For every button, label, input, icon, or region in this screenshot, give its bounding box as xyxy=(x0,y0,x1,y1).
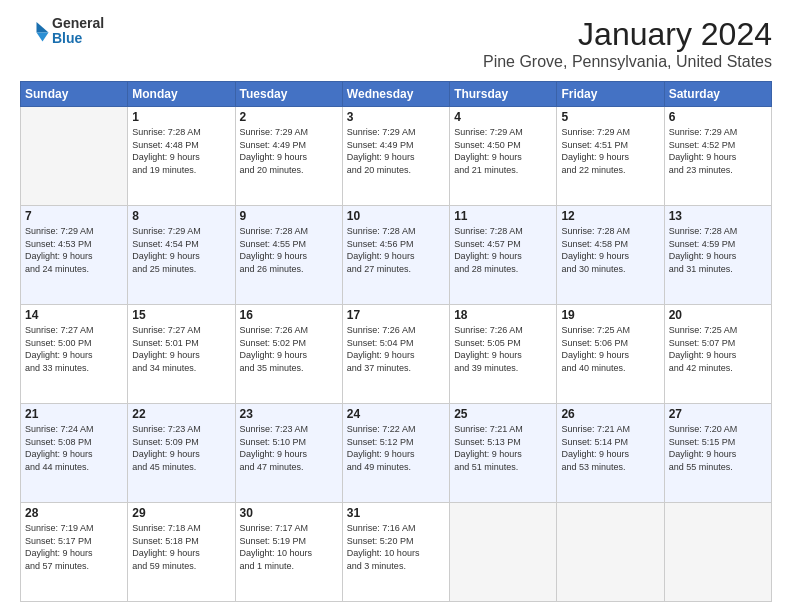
calendar-body: 1Sunrise: 7:28 AM Sunset: 4:48 PM Daylig… xyxy=(21,107,772,602)
day-number: 26 xyxy=(561,407,659,421)
day-info: Sunrise: 7:28 AM Sunset: 4:56 PM Dayligh… xyxy=(347,225,445,275)
calendar-cell: 17Sunrise: 7:26 AM Sunset: 5:04 PM Dayli… xyxy=(342,305,449,404)
day-header-friday: Friday xyxy=(557,82,664,107)
day-info: Sunrise: 7:22 AM Sunset: 5:12 PM Dayligh… xyxy=(347,423,445,473)
calendar-cell: 27Sunrise: 7:20 AM Sunset: 5:15 PM Dayli… xyxy=(664,404,771,503)
day-header-thursday: Thursday xyxy=(450,82,557,107)
day-info: Sunrise: 7:16 AM Sunset: 5:20 PM Dayligh… xyxy=(347,522,445,572)
calendar-cell xyxy=(21,107,128,206)
day-number: 11 xyxy=(454,209,552,223)
day-info: Sunrise: 7:23 AM Sunset: 5:09 PM Dayligh… xyxy=(132,423,230,473)
day-info: Sunrise: 7:28 AM Sunset: 4:48 PM Dayligh… xyxy=(132,126,230,176)
calendar-cell: 3Sunrise: 7:29 AM Sunset: 4:49 PM Daylig… xyxy=(342,107,449,206)
day-number: 1 xyxy=(132,110,230,124)
day-number: 14 xyxy=(25,308,123,322)
week-row-2: 7Sunrise: 7:29 AM Sunset: 4:53 PM Daylig… xyxy=(21,206,772,305)
calendar-cell: 14Sunrise: 7:27 AM Sunset: 5:00 PM Dayli… xyxy=(21,305,128,404)
calendar-cell: 10Sunrise: 7:28 AM Sunset: 4:56 PM Dayli… xyxy=(342,206,449,305)
calendar-cell xyxy=(557,503,664,602)
calendar-cell: 5Sunrise: 7:29 AM Sunset: 4:51 PM Daylig… xyxy=(557,107,664,206)
day-number: 19 xyxy=(561,308,659,322)
day-header-monday: Monday xyxy=(128,82,235,107)
day-info: Sunrise: 7:28 AM Sunset: 4:59 PM Dayligh… xyxy=(669,225,767,275)
day-number: 24 xyxy=(347,407,445,421)
day-number: 27 xyxy=(669,407,767,421)
day-header-saturday: Saturday xyxy=(664,82,771,107)
day-header-tuesday: Tuesday xyxy=(235,82,342,107)
day-info: Sunrise: 7:29 AM Sunset: 4:50 PM Dayligh… xyxy=(454,126,552,176)
day-number: 10 xyxy=(347,209,445,223)
calendar-table: SundayMondayTuesdayWednesdayThursdayFrid… xyxy=(20,81,772,602)
day-info: Sunrise: 7:25 AM Sunset: 5:06 PM Dayligh… xyxy=(561,324,659,374)
week-row-1: 1Sunrise: 7:28 AM Sunset: 4:48 PM Daylig… xyxy=(21,107,772,206)
title-block: January 2024 Pine Grove, Pennsylvania, U… xyxy=(483,16,772,71)
day-number: 23 xyxy=(240,407,338,421)
day-info: Sunrise: 7:27 AM Sunset: 5:00 PM Dayligh… xyxy=(25,324,123,374)
day-info: Sunrise: 7:26 AM Sunset: 5:02 PM Dayligh… xyxy=(240,324,338,374)
calendar-cell: 18Sunrise: 7:26 AM Sunset: 5:05 PM Dayli… xyxy=(450,305,557,404)
day-number: 5 xyxy=(561,110,659,124)
day-info: Sunrise: 7:29 AM Sunset: 4:53 PM Dayligh… xyxy=(25,225,123,275)
logo-icon xyxy=(20,16,50,46)
logo-general: General xyxy=(52,16,104,31)
logo-blue: Blue xyxy=(52,31,104,46)
day-header-sunday: Sunday xyxy=(21,82,128,107)
day-info: Sunrise: 7:19 AM Sunset: 5:17 PM Dayligh… xyxy=(25,522,123,572)
calendar-cell: 25Sunrise: 7:21 AM Sunset: 5:13 PM Dayli… xyxy=(450,404,557,503)
day-info: Sunrise: 7:29 AM Sunset: 4:52 PM Dayligh… xyxy=(669,126,767,176)
page: General Blue January 2024 Pine Grove, Pe… xyxy=(0,0,792,612)
calendar-cell: 29Sunrise: 7:18 AM Sunset: 5:18 PM Dayli… xyxy=(128,503,235,602)
day-info: Sunrise: 7:29 AM Sunset: 4:49 PM Dayligh… xyxy=(347,126,445,176)
header: General Blue January 2024 Pine Grove, Pe… xyxy=(20,16,772,71)
calendar-cell: 8Sunrise: 7:29 AM Sunset: 4:54 PM Daylig… xyxy=(128,206,235,305)
week-row-3: 14Sunrise: 7:27 AM Sunset: 5:00 PM Dayli… xyxy=(21,305,772,404)
day-number: 21 xyxy=(25,407,123,421)
calendar-cell: 15Sunrise: 7:27 AM Sunset: 5:01 PM Dayli… xyxy=(128,305,235,404)
day-number: 4 xyxy=(454,110,552,124)
calendar-cell xyxy=(450,503,557,602)
calendar-cell: 4Sunrise: 7:29 AM Sunset: 4:50 PM Daylig… xyxy=(450,107,557,206)
day-info: Sunrise: 7:28 AM Sunset: 4:55 PM Dayligh… xyxy=(240,225,338,275)
day-number: 29 xyxy=(132,506,230,520)
calendar-cell: 20Sunrise: 7:25 AM Sunset: 5:07 PM Dayli… xyxy=(664,305,771,404)
day-info: Sunrise: 7:23 AM Sunset: 5:10 PM Dayligh… xyxy=(240,423,338,473)
week-row-5: 28Sunrise: 7:19 AM Sunset: 5:17 PM Dayli… xyxy=(21,503,772,602)
calendar-cell: 16Sunrise: 7:26 AM Sunset: 5:02 PM Dayli… xyxy=(235,305,342,404)
calendar-cell: 19Sunrise: 7:25 AM Sunset: 5:06 PM Dayli… xyxy=(557,305,664,404)
day-number: 12 xyxy=(561,209,659,223)
calendar-cell: 26Sunrise: 7:21 AM Sunset: 5:14 PM Dayli… xyxy=(557,404,664,503)
calendar-cell: 30Sunrise: 7:17 AM Sunset: 5:19 PM Dayli… xyxy=(235,503,342,602)
week-row-4: 21Sunrise: 7:24 AM Sunset: 5:08 PM Dayli… xyxy=(21,404,772,503)
day-number: 20 xyxy=(669,308,767,322)
day-number: 25 xyxy=(454,407,552,421)
day-number: 16 xyxy=(240,308,338,322)
day-info: Sunrise: 7:17 AM Sunset: 5:19 PM Dayligh… xyxy=(240,522,338,572)
day-number: 7 xyxy=(25,209,123,223)
day-info: Sunrise: 7:29 AM Sunset: 4:49 PM Dayligh… xyxy=(240,126,338,176)
calendar-cell: 23Sunrise: 7:23 AM Sunset: 5:10 PM Dayli… xyxy=(235,404,342,503)
calendar-cell: 13Sunrise: 7:28 AM Sunset: 4:59 PM Dayli… xyxy=(664,206,771,305)
day-info: Sunrise: 7:21 AM Sunset: 5:14 PM Dayligh… xyxy=(561,423,659,473)
day-number: 18 xyxy=(454,308,552,322)
day-number: 15 xyxy=(132,308,230,322)
calendar-cell: 6Sunrise: 7:29 AM Sunset: 4:52 PM Daylig… xyxy=(664,107,771,206)
day-number: 2 xyxy=(240,110,338,124)
day-info: Sunrise: 7:25 AM Sunset: 5:07 PM Dayligh… xyxy=(669,324,767,374)
logo-text: General Blue xyxy=(52,16,104,47)
calendar-cell: 28Sunrise: 7:19 AM Sunset: 5:17 PM Dayli… xyxy=(21,503,128,602)
day-info: Sunrise: 7:21 AM Sunset: 5:13 PM Dayligh… xyxy=(454,423,552,473)
calendar-cell: 2Sunrise: 7:29 AM Sunset: 4:49 PM Daylig… xyxy=(235,107,342,206)
day-number: 31 xyxy=(347,506,445,520)
calendar-cell: 12Sunrise: 7:28 AM Sunset: 4:58 PM Dayli… xyxy=(557,206,664,305)
calendar-cell: 21Sunrise: 7:24 AM Sunset: 5:08 PM Dayli… xyxy=(21,404,128,503)
subtitle: Pine Grove, Pennsylvania, United States xyxy=(483,53,772,71)
day-info: Sunrise: 7:29 AM Sunset: 4:51 PM Dayligh… xyxy=(561,126,659,176)
day-info: Sunrise: 7:24 AM Sunset: 5:08 PM Dayligh… xyxy=(25,423,123,473)
day-info: Sunrise: 7:27 AM Sunset: 5:01 PM Dayligh… xyxy=(132,324,230,374)
day-number: 9 xyxy=(240,209,338,223)
day-number: 22 xyxy=(132,407,230,421)
day-number: 8 xyxy=(132,209,230,223)
day-info: Sunrise: 7:29 AM Sunset: 4:54 PM Dayligh… xyxy=(132,225,230,275)
calendar-cell: 11Sunrise: 7:28 AM Sunset: 4:57 PM Dayli… xyxy=(450,206,557,305)
day-number: 30 xyxy=(240,506,338,520)
